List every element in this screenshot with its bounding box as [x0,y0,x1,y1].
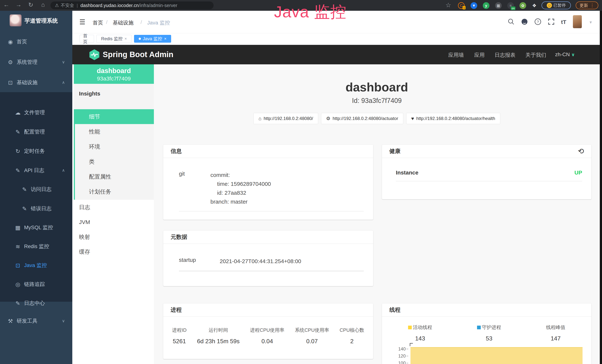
browser-reload-icon[interactable]: ↻ [27,1,35,8]
sidebar-item-mysql-monitor[interactable]: ▦ MySQL 监控 [0,222,72,233]
metadata-card-body: startup 2021-04-27T00:44:31.254+08:00 [163,244,373,271]
text-size-icon[interactable]: tT [561,19,566,25]
stat-label: 进程CPU使用率 [250,327,284,333]
sidebar-item-label: MySQL 监控 [24,224,53,231]
breadcrumb-home[interactable]: 首页 [93,19,103,26]
sidebar-item-dev-tools[interactable]: ⚒ 研发工具 ∨ [0,315,72,327]
sidebar-item-file-mgmt[interactable]: ☁ 文件管理 [0,107,72,118]
extension-pin-icon[interactable]: ▼ [471,2,477,9]
annotation-java-monitor: Java 监控 [274,1,347,23]
sidebar-item-access-logs[interactable]: ✎ 访问日志 [0,183,72,195]
menu-item-metrics[interactable]: 性能 [74,124,154,139]
tab-java-monitor[interactable]: Java 监控 × [134,35,171,43]
sidebar-item-label: 错误日志 [31,205,52,212]
browser-update-button[interactable]: 更新 ⋮ [576,1,598,9]
app-logo [10,14,22,26]
git-time-line: time: 1596289704000 [210,180,365,188]
sidebar-item-label: Java 监控 [24,262,47,269]
stat-value: 0.04 [261,338,273,345]
sidebar-item-redis-monitor[interactable]: ≋ Redis 监控 [0,241,72,252]
tab-close-icon[interactable]: × [125,36,127,41]
health-history-icon[interactable]: ⟲ [578,147,584,155]
browser-back-icon[interactable]: ← [2,1,10,8]
browser-forward-icon[interactable]: → [14,1,23,8]
sidebar-brand[interactable]: 芋道管理系统 [0,13,72,30]
sba-nav-wallboard[interactable]: 应用墙 [448,52,464,59]
threads-card-title: 线程 [389,306,400,314]
search-icon[interactable] [508,18,515,26]
menu-item-config-props[interactable]: 配置属性 [74,169,154,184]
profile-paused-chip[interactable]: ☺ 已暂停 [542,1,571,9]
health-url-chip[interactable]: ♥ http://192.168.0.2:48080/actuator/heal… [406,113,500,124]
metadata-value: 2021-04-27T00:44:31.254+08:00 [220,257,365,266]
not-secure-label: 不安全 [61,2,74,8]
page-title: dashboard [154,80,600,94]
sidebar-item-error-logs[interactable]: ✎ 错误日志 [0,203,72,214]
actuator-url-chip[interactable]: ⚙ http://192.168.0.2:48080/actuator [321,113,403,124]
git-branch-line: branch: master [210,197,365,206]
github-icon[interactable] [521,18,528,26]
sidebar-item-java-monitor[interactable]: ⊡ Java 监控 [0,260,72,271]
health-row-label: Instance [396,170,419,176]
gear-icon: ⚙ [7,59,14,65]
browser-home-icon[interactable]: ⌂ [39,1,47,8]
sidebar-item-system-mgmt[interactable]: ⚙ 系统管理 ∨ [0,56,72,68]
menu-item-classes[interactable]: 类 [74,154,154,169]
avatar-caret-icon[interactable]: ▾ [590,20,592,25]
sidebar-item-home[interactable]: ◉ 首页 [0,36,72,47]
monitor-icon: ⊡ [14,262,22,269]
sba-brand-title[interactable]: Spring Boot Admin [103,50,173,59]
sidebar-item-scheduled-jobs[interactable]: ↻ 定时任务 [0,145,72,157]
user-avatar[interactable] [573,15,582,28]
breadcrumb-infrastructure[interactable]: 基础设施 [113,19,133,26]
app-title: 芋道管理系统 [24,17,58,25]
stat-value: 147 [551,335,560,342]
extension-switch-icon[interactable]: ≡ on [507,2,514,9]
tab-close-icon[interactable]: × [164,36,166,41]
menu-item-label: 类 [89,158,95,166]
breadcrumb-current: Java 监控 [147,19,170,26]
menu-item-environment[interactable]: 环境 [74,139,154,154]
layers-icon: ≋ [14,243,22,250]
history-icon: ↻ [14,148,22,154]
fullscreen-icon[interactable] [548,18,555,26]
menu-item-label: 配置属性 [89,173,111,181]
menu-item-jvm[interactable]: JVM [74,215,154,230]
sba-locale-select[interactable]: zh-CN ∨ [555,52,575,57]
menu-item-details[interactable]: 细节 [74,109,154,124]
service-url-chip[interactable]: ⌂ http://192.168.0.2:48080/ [253,113,318,124]
browser-menu-dots-icon[interactable]: ⋮ [590,3,594,8]
instance-header[interactable]: dashboard 93a3fc7f7409 [74,64,154,84]
sidebar-item-label: 日志中心 [24,300,45,307]
sidebar-item-tracing[interactable]: ◎ 链路追踪 [0,278,72,290]
page-scrollbar[interactable] [600,11,602,364]
monitor-icon: ⊡ [7,79,14,86]
health-instance-row[interactable]: Instance UP [396,170,582,181]
sidebar-item-log-center[interactable]: ✎ 日志中心 [0,298,72,309]
menu-item-logs[interactable]: 日志 [74,200,154,215]
sidebar-item-config-mgmt[interactable]: ✎ 配置管理 [0,126,72,138]
bookmark-star-icon[interactable]: ☆ [444,1,452,9]
extension-icon-1[interactable]: C 1 [458,2,465,9]
sba-nav-applications[interactable]: 应用 [474,52,485,59]
spring-boot-admin-logo [89,49,100,61]
menu-item-scheduled-tasks[interactable]: 计划任务 [74,184,154,199]
sidebar-item-api-logs[interactable]: ✎ API 日志 ∧ [0,165,72,176]
legend-yellow-swatch [408,326,412,329]
extensions-puzzle-icon[interactable]: ❖ [531,2,538,9]
address-bar[interactable]: ⚠ 不安全 | dashboard.yudao.iocoder.cn /infr… [50,1,214,9]
collapse-sidebar-icon[interactable]: ☰ [79,18,85,26]
sidebar-item-infrastructure[interactable]: ⊡ 基础设施 ∧ [0,77,72,88]
extension-grid-icon[interactable]: ▦ [495,2,502,9]
menu-item-mappings[interactable]: 映射 [74,230,154,244]
help-icon[interactable]: ? [534,18,541,26]
stat-value: 143 [415,335,425,342]
sba-nav-about[interactable]: 关于我们 [526,52,546,59]
extension-y-icon[interactable]: y [483,2,489,9]
sba-nav-log-report[interactable]: 日志报表 [495,52,516,59]
tab-redis-monitor[interactable]: Redis 监控 × [97,35,132,43]
tick-label: 100 [389,361,406,364]
tab-home[interactable]: 首页 [80,35,94,43]
extension-leaf-icon[interactable]: ✿ [519,2,526,9]
menu-item-caches[interactable]: 缓存 [74,244,154,259]
